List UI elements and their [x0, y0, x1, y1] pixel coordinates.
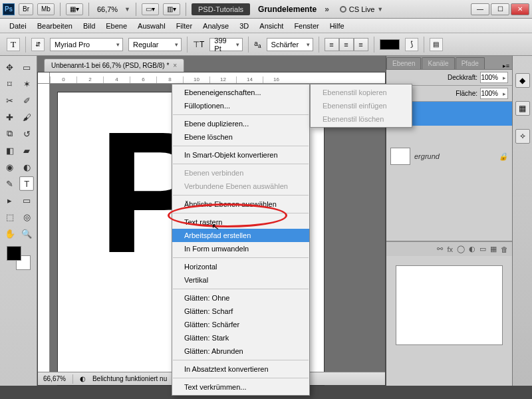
- path-select-tool[interactable]: ▸: [3, 193, 17, 207]
- color-picker[interactable]: [7, 246, 31, 270]
- menu-item[interactable]: Glätten: Scharf: [172, 305, 309, 318]
- menu-3d[interactable]: 3D: [234, 20, 254, 32]
- 3d-tool[interactable]: ⬚: [3, 209, 17, 224]
- menu-item[interactable]: In Smart-Objekt konvertieren: [172, 148, 309, 162]
- menu-ansicht[interactable]: Ansicht: [254, 20, 289, 32]
- group-icon[interactable]: ▭: [479, 245, 486, 253]
- fill-input[interactable]: 100%: [480, 88, 508, 99]
- brush-tool[interactable]: 🖌: [19, 110, 34, 124]
- tab-ebenen[interactable]: Ebenen: [386, 57, 421, 69]
- vertical-ruler[interactable]: [38, 84, 50, 385]
- antialias-dropdown[interactable]: Schärfer: [267, 38, 313, 51]
- menu-analyse[interactable]: Analyse: [198, 20, 234, 32]
- crop-tool[interactable]: ✂: [3, 93, 17, 108]
- dock-swatches-icon[interactable]: ▦: [515, 101, 530, 116]
- new-layer-icon[interactable]: ▦: [490, 245, 497, 253]
- menu-hilfe[interactable]: Hilfe: [325, 20, 350, 32]
- extras-button[interactable]: ▭▾: [142, 3, 159, 15]
- warp-text-button[interactable]: ⟆: [405, 38, 418, 51]
- lasso-tool[interactable]: ⌑: [3, 76, 17, 91]
- adjustment-layer-icon[interactable]: ◐: [469, 245, 475, 253]
- minimize-button[interactable]: —: [471, 3, 489, 15]
- menu-item[interactable]: In Absatztext konvertieren: [172, 362, 309, 376]
- tab-pfade[interactable]: Pfade: [456, 57, 485, 69]
- menu-item[interactable]: Arbeitspfad erstellen: [172, 229, 309, 242]
- ruler-origin[interactable]: [38, 72, 50, 84]
- tab-close-icon[interactable]: ×: [173, 62, 177, 69]
- align-center-button[interactable]: ≡: [339, 38, 354, 51]
- text-color-swatch[interactable]: [380, 39, 400, 50]
- align-left-button[interactable]: ≡: [325, 38, 339, 51]
- menu-fenster[interactable]: Fenster: [289, 20, 324, 32]
- cslive-button[interactable]: CS Live▼: [340, 5, 383, 13]
- link-layers-icon[interactable]: ⚯: [437, 245, 443, 253]
- tab-kanaele[interactable]: Kanäle: [422, 57, 454, 69]
- zoom-display[interactable]: 66,7%: [94, 5, 120, 13]
- menu-item[interactable]: Glätten: Stark: [172, 331, 309, 344]
- menu-item[interactable]: Ebeneneigenschaften...: [172, 86, 309, 99]
- menu-bearbeiten[interactable]: Bearbeiten: [32, 20, 78, 32]
- font-size-dropdown[interactable]: 399 Pt: [209, 38, 243, 51]
- character-panel-button[interactable]: ▤: [430, 38, 443, 51]
- horizontal-ruler[interactable]: 0246810121416: [50, 72, 385, 84]
- menu-item[interactable]: Ebene löschen: [172, 130, 309, 144]
- menu-item[interactable]: Text verkrümmen...: [172, 380, 309, 394]
- zoom-tool[interactable]: 🔍: [19, 226, 34, 241]
- layer-mask-icon[interactable]: ◯: [457, 245, 465, 253]
- dodge-tool[interactable]: ◐: [19, 160, 34, 174]
- stamp-tool[interactable]: ⧉: [3, 126, 17, 141]
- workspace-switcher[interactable]: PSD-Tutorials: [192, 3, 250, 15]
- layer-thumb[interactable]: [390, 148, 410, 165]
- maximize-button[interactable]: ☐: [491, 3, 509, 15]
- hand-tool[interactable]: ✋: [3, 226, 17, 241]
- menu-item[interactable]: Glätten: Schärfer: [172, 318, 309, 331]
- menu-item[interactable]: Text rastern: [172, 215, 309, 229]
- menu-item[interactable]: Ebene duplizieren...: [172, 117, 309, 130]
- font-orientation-button[interactable]: ⇵: [31, 38, 45, 51]
- status-zoom[interactable]: 66,67%: [43, 375, 66, 382]
- close-button[interactable]: ✕: [511, 3, 529, 15]
- healing-tool[interactable]: ✚: [3, 110, 17, 124]
- layer-background[interactable]: ergrund 🔒: [386, 144, 512, 168]
- history-brush-tool[interactable]: ↺: [19, 126, 34, 141]
- menu-item[interactable]: In Form umwandeln: [172, 242, 309, 255]
- menu-item[interactable]: Vertikal: [172, 273, 309, 287]
- eyedropper-tool[interactable]: ✐: [19, 93, 34, 108]
- font-family-dropdown[interactable]: Myriad Pro: [50, 38, 123, 51]
- menu-item[interactable]: Ähnliche Ebenen auswählen: [172, 198, 309, 211]
- eraser-tool[interactable]: ◧: [3, 143, 17, 158]
- screen-mode-button[interactable]: ▦▾: [66, 3, 83, 15]
- layer-style-icon[interactable]: fx: [447, 245, 453, 253]
- type-tool[interactable]: T: [19, 176, 34, 191]
- menu-bild[interactable]: Bild: [78, 20, 100, 32]
- delete-layer-icon[interactable]: 🗑: [501, 245, 508, 253]
- blur-tool[interactable]: ◉: [3, 160, 17, 174]
- workspace-more-icon[interactable]: »: [325, 5, 329, 14]
- menu-ebene[interactable]: Ebene: [100, 20, 132, 32]
- dock-color-icon[interactable]: ◆: [515, 73, 530, 88]
- marquee-tool[interactable]: ▭: [19, 60, 34, 74]
- menu-item[interactable]: Glätten: Ohne: [172, 291, 309, 305]
- move-tool[interactable]: ✥: [3, 60, 17, 74]
- panel-menu-icon[interactable]: ▸≡: [500, 63, 512, 69]
- layer-name[interactable]: ergrund: [414, 152, 440, 160]
- 3d-camera-tool[interactable]: ◎: [19, 209, 34, 224]
- dock-styles-icon[interactable]: ✧: [515, 129, 530, 144]
- font-style-dropdown[interactable]: Regular: [128, 38, 182, 51]
- gradient-tool[interactable]: ▰: [19, 143, 34, 158]
- opacity-input[interactable]: 100%: [480, 72, 508, 83]
- menu-item[interactable]: Fülloptionen...: [172, 99, 309, 112]
- menu-auswahl[interactable]: Auswahl: [132, 20, 171, 32]
- bridge-button[interactable]: Br: [19, 3, 33, 15]
- menu-datei[interactable]: Datei: [4, 20, 32, 32]
- menu-filter[interactable]: Filter: [171, 20, 198, 32]
- menu-item[interactable]: Horizontal: [172, 260, 309, 273]
- document-tab[interactable]: Unbenannt-1 bei 66,7% (PSD, RGB/8) * ×: [44, 59, 184, 72]
- pen-tool[interactable]: ✎: [3, 176, 17, 191]
- shape-tool[interactable]: ▭: [19, 193, 34, 207]
- tool-preset-icon[interactable]: T: [7, 38, 20, 51]
- minibridge-button[interactable]: Mb: [37, 3, 55, 15]
- arrange-button[interactable]: ▥▾: [163, 3, 180, 15]
- magic-wand-tool[interactable]: ✶: [19, 76, 34, 91]
- align-right-button[interactable]: ≡: [354, 38, 368, 51]
